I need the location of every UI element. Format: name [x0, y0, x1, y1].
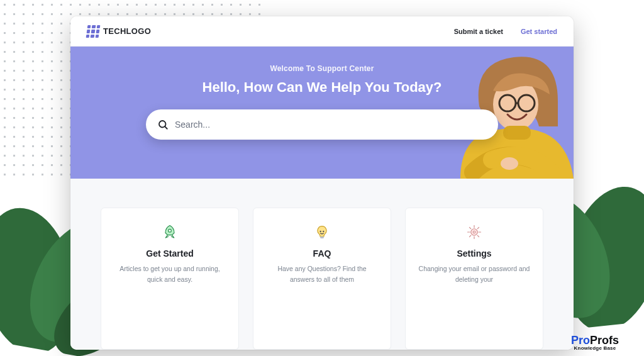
svg-line-25 [469, 235, 470, 236]
svg-point-16 [323, 231, 324, 232]
get-started-link[interactable]: Get started [521, 28, 557, 35]
svg-line-22 [469, 227, 470, 228]
card-desc: Have any Questions? Find the answers to … [265, 264, 379, 285]
card-faq[interactable]: FAQ Have any Questions? Find the answers… [253, 208, 391, 350]
brand-mark-icon [86, 25, 101, 38]
svg-rect-11 [503, 126, 531, 140]
brand-name: TECHLOGO [103, 26, 151, 36]
proprofs-watermark: ProProfs Knowledge Base [571, 335, 619, 351]
brand-logo[interactable]: TECHLOGO [87, 25, 151, 38]
card-title: Get Started [113, 248, 227, 259]
category-cards: Get Started Articles to get you up and r… [70, 179, 574, 350]
watermark-pro: Pro [571, 334, 590, 347]
submit-ticket-link[interactable]: Submit a ticket [454, 28, 503, 35]
gear-icon [417, 222, 531, 242]
card-title: FAQ [265, 248, 379, 259]
search-bar[interactable] [146, 109, 498, 140]
svg-point-13 [169, 229, 172, 232]
top-nav-links: Submit a ticket Get started [454, 28, 557, 35]
svg-line-23 [477, 235, 479, 236]
card-desc: Articles to get you up and running, quic… [113, 264, 227, 285]
top-navbar: TECHLOGO Submit a ticket Get started [70, 16, 574, 47]
search-input[interactable] [175, 120, 487, 130]
card-desc: Changing your email or password and dele… [417, 264, 531, 285]
hero-banner: Welcome To Support Center Hello, How Can… [70, 47, 574, 179]
svg-point-26 [473, 231, 475, 233]
svg-point-15 [320, 231, 321, 232]
bulb-icon [265, 222, 379, 242]
svg-point-12 [501, 157, 518, 170]
search-icon [157, 119, 169, 130]
svg-rect-14 [320, 236, 324, 238]
app-window: TECHLOGO Submit a ticket Get started Wel… [70, 16, 574, 350]
card-title: Settings [417, 248, 531, 259]
card-get-started[interactable]: Get Started Articles to get you up and r… [101, 208, 239, 350]
svg-line-6 [165, 126, 167, 128]
watermark-subtitle: Knowledge Base [571, 346, 619, 351]
rocket-icon [113, 222, 227, 242]
watermark-profs: Profs [590, 334, 619, 347]
card-settings[interactable]: Settings Changing your email or password… [405, 208, 543, 350]
svg-line-24 [477, 227, 479, 228]
